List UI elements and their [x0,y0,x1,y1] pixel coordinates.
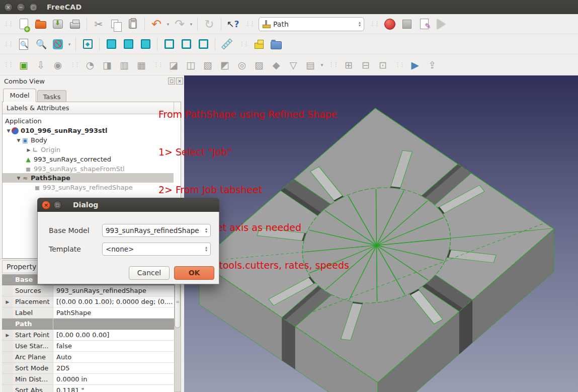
part-simple-copy-button[interactable] [251,36,268,52]
toolbar-grip[interactable]: ⋮⋮ [370,21,379,27]
view-rear-button[interactable] [160,36,178,52]
expander-icon[interactable]: ▶ [26,147,32,152]
property-value[interactable]: 993_sunRays_refinedShape [53,285,174,296]
macro-play-button[interactable] [433,16,450,32]
paste-button[interactable] [124,16,141,32]
group-button[interactable] [268,36,285,52]
property-row-min-dist[interactable]: Min Dist...0.0000 in [2,374,174,385]
property-row-arc-plane[interactable]: Arc PlaneAuto [2,352,174,363]
macro-edit-button[interactable] [416,16,433,32]
view-left-button[interactable] [195,36,212,52]
path-post-process-button[interactable]: ⇩ [32,57,49,73]
view-axonometric-button[interactable] [79,36,96,52]
path-toolbits-button[interactable]: ▥ [116,57,133,73]
property-row-sort-abs[interactable]: Sort Abs0.1181 " [2,385,174,392]
tab-model[interactable]: Model [3,89,36,102]
path-inspect-button[interactable]: ◔ [81,57,99,73]
base-model-select[interactable]: 993_sunRays_refinedShape ▴▾ [102,224,211,237]
path-comment-button[interactable]: ◉ [49,57,66,73]
path-deburr-button[interactable]: ◆ [268,57,285,73]
template-select[interactable]: <none> ▴▾ [102,243,211,256]
macro-record-button[interactable] [381,16,398,32]
path-simple-copy-button[interactable]: ⊡ [374,57,391,73]
path-stock-button[interactable]: ▦ [133,57,150,73]
window-minimize-button[interactable]: − [17,3,25,12]
expander-icon[interactable]: ▼ [16,176,22,181]
workbench-selector[interactable]: Path ▴▾ [259,17,364,31]
cut-button[interactable]: ✂ [90,16,107,32]
open-file-button[interactable] [32,16,49,32]
path-ops-dropdown[interactable]: ▾ [319,62,325,67]
view-bottom-button[interactable] [178,36,195,52]
tree-item-origin[interactable]: ▶ ∟ Origin [3,145,174,154]
toolbar-grip[interactable]: ⋮⋮ [239,41,248,47]
tree-column-header[interactable]: Labels & Attributes [3,102,174,114]
tree-item-shape-from-stl[interactable]: ◼ 993_sunRays_shapeFromStl [3,164,174,174]
property-row-start-point[interactable]: ▶Start Point[0.00 0.00 0.00] [2,330,174,341]
path-face-button[interactable]: ◩ [216,57,233,73]
property-row-use-start[interactable]: Use Star...false [2,341,174,352]
tree-item-document[interactable]: ▼ 010_996_sunRay_993stl [3,126,174,135]
path-pocket-button[interactable]: ◫ [182,57,199,73]
fit-all-button[interactable] [15,36,32,52]
path-helix-button[interactable]: ◎ [233,57,251,73]
property-value[interactable]: [0.00 0.00 0.00] [53,330,174,341]
toolbar-grip[interactable]: ⋮⋮ [70,61,79,68]
toolbar-grip[interactable]: ⋮⋮ [245,21,254,27]
spinner-arrows-icon[interactable]: ▴▾ [205,227,207,233]
redo-dropdown[interactable]: ▾ [188,22,194,27]
property-value[interactable]: Auto [53,352,174,363]
property-row-sort-mode[interactable]: Sort Mode2D5 [2,363,174,374]
path-array-button[interactable]: ⊟ [357,57,374,73]
tree-item-body[interactable]: ▼ ▣ Body [3,135,174,145]
toolbar-grip[interactable]: ⋮⋮ [4,41,13,47]
spinner-arrows-icon[interactable]: ▴▾ [205,246,207,252]
draw-style-dropdown[interactable]: ▾ [66,42,72,47]
property-scrollbar-thumb[interactable] [175,278,181,328]
dialog-titlebar[interactable]: × □ Dialog [37,198,219,212]
toolbar-grip[interactable]: ⋮⋮ [4,61,13,68]
dialog-maximize-button[interactable]: □ [53,201,62,209]
new-file-button[interactable] [15,16,32,32]
ok-button[interactable]: OK [174,266,214,280]
toolbar-grip[interactable]: ⋮⋮ [395,61,404,68]
path-copy-button[interactable]: ⊞ [340,57,357,73]
toolbar-grip[interactable]: ⋮⋮ [153,61,162,68]
tree-item-mesh-corrected[interactable]: ▲ 993_sunRays_corrected [3,154,174,164]
tree-item-refined-shape[interactable]: ◼ 993_sunRays_refinedShape [3,183,174,192]
property-row-sources[interactable]: Sources993_sunRays_refinedShape [2,285,174,296]
spinner-arrows-icon[interactable]: ▴▾ [359,21,361,27]
zoom-button[interactable] [32,36,49,52]
path-profile-button[interactable]: ◪ [165,57,182,73]
property-group-path[interactable]: Path [2,319,174,330]
view-top-button[interactable] [120,36,137,52]
dialog-close-button[interactable]: × [42,201,50,209]
property-value[interactable]: 2D5 [53,363,174,374]
undo-dropdown[interactable]: ▾ [165,22,171,27]
path-slot-button[interactable]: ▤ [302,57,319,73]
expand-arrow-icon[interactable]: ▶ [2,330,13,341]
path-engrave-button[interactable]: ▨ [251,57,268,73]
toolbar-grip[interactable]: ⋮⋮ [4,21,13,27]
property-value[interactable]: PathShape [53,307,174,319]
path-simulator-button[interactable]: ▶ [406,57,424,73]
property-row-label[interactable]: LabelPathShape [2,307,174,319]
undo-button[interactable]: ↶ [148,16,165,32]
property-value[interactable]: [(0.00 0.00 1.00); 0.0000 deg; (0.... [53,296,174,307]
expander-icon[interactable]: ▼ [6,128,12,133]
toolbar-grip[interactable]: ⋮⋮ [328,61,338,68]
measure-button[interactable] [218,36,235,52]
print-button[interactable] [66,16,84,32]
view-front-button[interactable] [103,36,120,52]
window-close-button[interactable]: × [4,3,13,12]
property-value[interactable]: 0.0000 in [53,374,174,385]
view-right-button[interactable] [137,36,154,52]
redo-button[interactable]: ↷ [171,16,188,32]
path-vcarve-button[interactable]: ▽ [285,57,302,73]
tab-tasks[interactable]: Tasks [37,90,66,102]
window-maximize-button[interactable]: □ [29,3,38,12]
refresh-button[interactable]: ↻ [201,16,218,32]
path-export-button[interactable]: ⇪ [424,57,441,73]
path-tool-lengths-button[interactable]: ◨ [99,57,116,73]
tree-item-application[interactable]: Application [3,116,174,126]
